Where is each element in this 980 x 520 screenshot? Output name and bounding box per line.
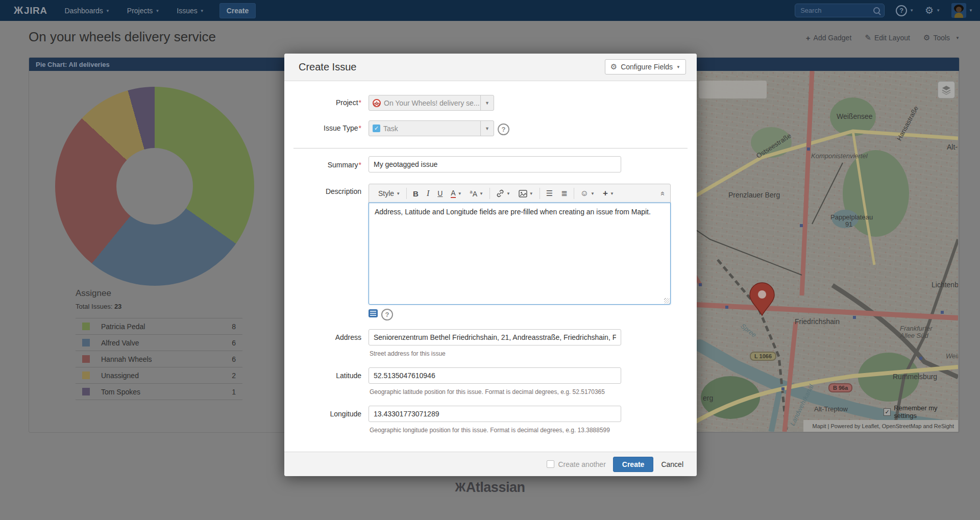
description-toolbar: Style▼ B I U A▼ aA▼ ▼ ▼ ☰ ≣ ☺▼ +▼ « xyxy=(369,184,671,203)
summary-label: Summary* xyxy=(299,161,361,169)
map-layers-control[interactable] xyxy=(938,81,955,98)
legend-swatch xyxy=(82,323,90,330)
edit-layout-button[interactable]: ✎Edit Layout xyxy=(865,33,910,42)
remember-settings-checkbox[interactable]: ✓ Remember my settings xyxy=(884,404,958,419)
create-issue-dialog: Create Issue ⚙ Configure Fields ▼ Projec… xyxy=(284,54,697,476)
legend-label: Hannah Wheels xyxy=(101,355,180,363)
longitude-input[interactable] xyxy=(369,406,621,422)
admin-menu[interactable]: ⚙▼ xyxy=(925,5,940,16)
bullet-list-button[interactable]: ☰ xyxy=(542,189,557,198)
project-label: Project* xyxy=(299,98,361,107)
legend-label: Unassigned xyxy=(101,372,180,380)
map-place-label: Weitlin xyxy=(946,353,958,360)
chevron-down-icon: ▼ xyxy=(396,191,400,196)
legend-value: 8 xyxy=(180,323,236,331)
chevron-down-icon[interactable]: ▼ xyxy=(480,121,494,136)
legend-row[interactable]: Hannah Wheels 6 xyxy=(76,351,242,367)
chevron-down-icon: ▼ xyxy=(458,191,462,196)
chevron-down-icon: ▼ xyxy=(506,191,510,196)
description-help-icon[interactable]: ? xyxy=(381,309,393,320)
underline-button[interactable]: U xyxy=(433,189,447,197)
italic-button[interactable]: I xyxy=(423,189,433,198)
map-attribution[interactable]: Mapit | Powered by Leaflet, OpenStreetMa… xyxy=(803,420,958,432)
text-color-button[interactable]: A▼ xyxy=(447,189,465,198)
nav-create-button[interactable]: Create xyxy=(219,3,256,18)
legend-value: 6 xyxy=(180,339,236,347)
gear-icon: ⚙ xyxy=(923,33,930,42)
pie-legend: Assignee Total Issues: 23 Patricia Pedal… xyxy=(76,288,242,400)
legend-row[interactable]: Alfred Valve 6 xyxy=(76,334,242,351)
legend-value: 6 xyxy=(180,355,236,363)
latitude-input[interactable] xyxy=(369,367,621,384)
numbered-list-button[interactable]: ≣ xyxy=(557,189,572,198)
plus-icon: + xyxy=(603,188,608,199)
chevron-down-icon: ▼ xyxy=(106,9,110,13)
legend-value: 2 xyxy=(180,372,236,380)
help-menu[interactable]: ?▼ xyxy=(896,5,914,16)
summary-input[interactable] xyxy=(369,156,621,172)
section-divider xyxy=(293,148,688,148)
legend-row[interactable]: Unassigned 2 xyxy=(76,367,242,383)
map-search-box[interactable] xyxy=(699,81,767,98)
chevron-down-icon: ▼ xyxy=(936,8,940,13)
jira-logo[interactable]: Ж JIRA xyxy=(14,5,47,16)
issue-type-help-icon[interactable]: ? xyxy=(498,123,509,135)
search-input[interactable]: Search xyxy=(795,4,885,17)
search-placeholder: Search xyxy=(800,7,821,14)
chevron-down-icon: ▼ xyxy=(155,9,159,13)
checkbox-unchecked-icon[interactable] xyxy=(547,460,554,468)
create-button[interactable]: Create xyxy=(613,457,654,472)
configure-fields-button[interactable]: ⚙ Configure Fields ▼ xyxy=(605,59,686,75)
pie-chart[interactable] xyxy=(55,87,254,286)
longitude-help-text: Geographic longitude position for this i… xyxy=(370,427,610,434)
chevron-down-icon[interactable]: ▼ xyxy=(480,95,494,110)
create-another-option[interactable]: Create another xyxy=(547,460,605,468)
page-title: On your wheels delivery service xyxy=(29,29,216,45)
address-help-text: Street address for this issue xyxy=(370,350,446,357)
road-badge: B 96a xyxy=(828,383,852,392)
map-place-label: Pappelplateau 91 xyxy=(830,214,873,228)
task-type-icon: ✓ xyxy=(373,125,380,132)
link-button[interactable]: ▼ xyxy=(492,189,514,197)
nav-issues[interactable]: Issues▼ xyxy=(177,7,204,15)
profile-menu[interactable]: ▼ xyxy=(940,3,973,18)
nav-dashboards[interactable]: Dashboards▼ xyxy=(64,7,109,15)
bold-button[interactable]: B xyxy=(409,189,423,198)
collapse-toolbar-icon[interactable]: « xyxy=(658,191,667,195)
legend-row[interactable]: Patricia Pedal 8 xyxy=(76,318,242,334)
pencil-icon: ✎ xyxy=(865,33,871,42)
image-button[interactable]: ▼ xyxy=(514,190,537,197)
plus-icon: + xyxy=(806,34,811,42)
wiki-markup-icon[interactable] xyxy=(369,309,378,317)
address-input[interactable] xyxy=(369,329,621,345)
map-place-label: Lichtenberg xyxy=(932,281,958,289)
insert-more-button[interactable]: +▼ xyxy=(599,188,618,199)
image-icon xyxy=(519,190,527,197)
nav-projects[interactable]: Projects▼ xyxy=(127,7,160,15)
map-place-label: Friedrichshain xyxy=(795,318,840,326)
help-icon: ? xyxy=(896,5,907,16)
legend-swatch xyxy=(82,339,90,346)
cancel-link[interactable]: Cancel xyxy=(661,460,683,468)
style-dropdown[interactable]: Style▼ xyxy=(374,189,404,197)
chevron-down-icon: ▼ xyxy=(200,9,204,13)
checkbox-checked-icon: ✓ xyxy=(884,408,891,416)
project-avatar-icon xyxy=(373,99,381,107)
chevron-down-icon: ▼ xyxy=(591,191,595,196)
link-icon xyxy=(496,189,504,197)
atlassian-logo[interactable]: Ж Atlassian xyxy=(455,480,525,496)
add-gadget-button[interactable]: +Add Gadget xyxy=(806,34,852,42)
legend-row[interactable]: Tom Spokes 1 xyxy=(76,383,242,400)
emoji-button[interactable]: ☺▼ xyxy=(576,189,599,198)
font-size-dropdown[interactable]: aA▼ xyxy=(466,189,487,198)
issue-type-select[interactable]: ✓ Task ▼ xyxy=(369,120,494,136)
description-textarea[interactable]: Address, Latitude and Longitude fields a… xyxy=(369,203,671,305)
tools-menu-button[interactable]: ⚙Tools▼ xyxy=(923,33,960,42)
project-select[interactable]: On Your Wheels! delivery se... ▼ xyxy=(369,95,494,111)
pie-total: Total Issues: 23 xyxy=(76,303,242,310)
jira-logo-icon: Ж xyxy=(14,5,23,16)
latitude-help-text: Geographic latitude position for this is… xyxy=(370,388,605,395)
gear-icon: ⚙ xyxy=(925,5,934,16)
map-place-label: erg xyxy=(703,394,713,402)
pie-chart-hole xyxy=(116,148,193,225)
